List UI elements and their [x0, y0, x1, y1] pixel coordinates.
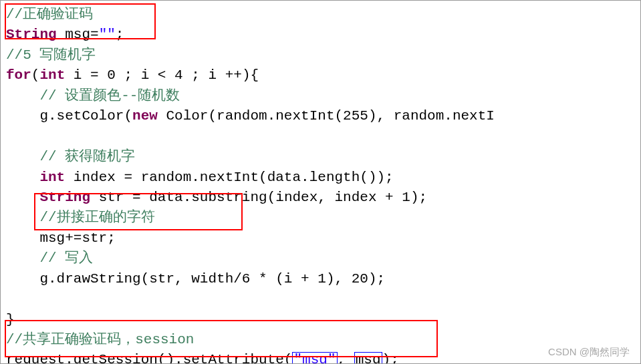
- comment: //共享正确验证码，session: [6, 332, 194, 347]
- code-line-9: int index = random.nextInt(data.length()…: [6, 168, 635, 188]
- code-line-8: // 获得随机字: [6, 147, 635, 167]
- code-text: msg=: [57, 27, 99, 42]
- search-highlight: "msg": [292, 352, 337, 364]
- string-literal: "": [99, 27, 116, 42]
- code-text: Color(random.nextInt(255), random.nextI: [158, 108, 495, 124]
- code-text: msg+=str;: [6, 230, 116, 246]
- code-text: request.getSession().setAttribute(: [6, 352, 292, 364]
- code-line-12: msg+=str;: [6, 228, 635, 248]
- code-text: ,: [338, 352, 354, 364]
- comment: // 写入: [6, 250, 93, 266]
- comment: //5 写随机字: [6, 47, 96, 63]
- code-text: str = data.substring(index, index + 1);: [90, 190, 427, 205]
- code-line-15: [6, 289, 635, 309]
- code-line-6: g.setColor(new Color(random.nextInt(255)…: [6, 106, 635, 126]
- code-line-7: [6, 127, 635, 147]
- type-keyword: String: [6, 27, 57, 42]
- code-text: );: [382, 352, 399, 364]
- code-line-2: String msg="";: [6, 25, 635, 45]
- code-text: ;: [116, 27, 124, 42]
- code-text: index = random.nextInt(data.length());: [65, 170, 393, 185]
- string-literal: "msg": [293, 352, 336, 364]
- code-line-10: String str = data.substring(index, index…: [6, 188, 635, 208]
- keyword-int: int: [39, 67, 65, 83]
- code-line-17: //共享正确验证码，session: [6, 330, 635, 350]
- code-line-16: }: [6, 310, 635, 330]
- keyword-for: for: [6, 67, 31, 83]
- code-line-13: // 写入: [6, 248, 635, 268]
- code-editor[interactable]: //正确验证码 String msg=""; //5 写随机字 for(int …: [6, 5, 635, 364]
- code-line-18: request.getSession().setAttribute("msg",…: [6, 350, 635, 364]
- code-text: }: [6, 312, 15, 327]
- comment: // 获得随机字: [6, 149, 135, 164]
- code-line-11: //拼接正确的字符: [6, 208, 635, 228]
- code-text: (: [31, 67, 40, 83]
- comment: // 设置颜色--随机数: [6, 88, 180, 104]
- code-text: g.drawString(str, width/6 * (i + 1), 20)…: [6, 271, 385, 287]
- code-line-3: //5 写随机字: [6, 45, 635, 65]
- code-line-5: // 设置颜色--随机数: [6, 86, 635, 106]
- comment: //拼接正确的字符: [6, 210, 155, 225]
- code-line-14: g.drawString(str, width/6 * (i + 1), 20)…: [6, 269, 635, 289]
- code-text: g.setColor(: [6, 108, 132, 124]
- keyword-new: new: [132, 108, 158, 124]
- search-highlight: msg: [354, 352, 382, 364]
- code-line-1: //正确验证码: [6, 5, 635, 25]
- code-text: i = 0 ; i < 4 ; i ++){: [65, 67, 259, 83]
- code-line-4: for(int i = 0 ; i < 4 ; i ++){: [6, 65, 635, 85]
- keyword-int: int: [6, 170, 65, 185]
- variable: msg: [356, 352, 381, 364]
- type-keyword: String: [6, 190, 90, 205]
- comment: //正确验证码: [6, 7, 93, 22]
